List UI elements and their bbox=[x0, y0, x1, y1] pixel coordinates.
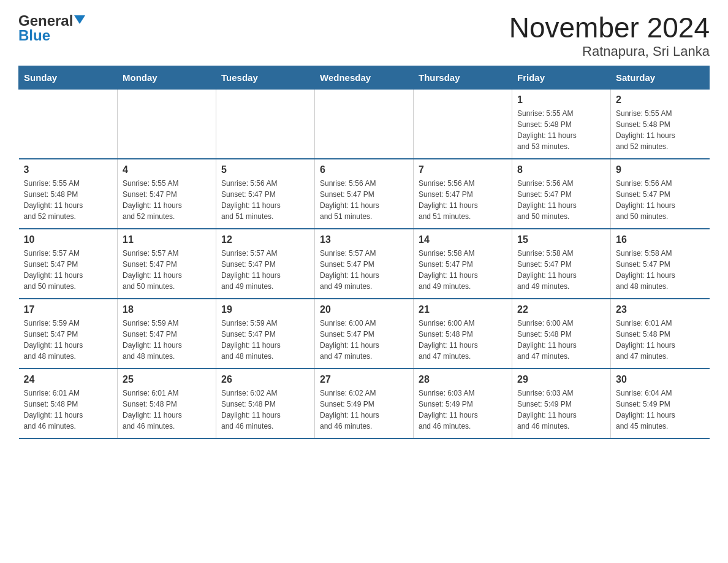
calendar-day-cell: 25Sunrise: 6:01 AM Sunset: 5:48 PM Dayli… bbox=[118, 369, 216, 439]
calendar-day-cell: 3Sunrise: 5:55 AM Sunset: 5:48 PM Daylig… bbox=[19, 159, 118, 229]
calendar-day-cell: 5Sunrise: 5:56 AM Sunset: 5:47 PM Daylig… bbox=[216, 159, 315, 229]
calendar-day-cell: 8Sunrise: 5:56 AM Sunset: 5:47 PM Daylig… bbox=[512, 159, 611, 229]
calendar-day-cell: 12Sunrise: 5:57 AM Sunset: 5:47 PM Dayli… bbox=[216, 229, 315, 299]
day-info: Sunrise: 5:56 AM Sunset: 5:47 PM Dayligh… bbox=[221, 178, 309, 222]
day-number: 14 bbox=[419, 234, 507, 245]
day-number: 12 bbox=[221, 234, 309, 245]
weekday-header: Sunday bbox=[19, 66, 118, 89]
day-info: Sunrise: 6:02 AM Sunset: 5:48 PM Dayligh… bbox=[221, 388, 309, 432]
calendar-day-cell: 27Sunrise: 6:02 AM Sunset: 5:49 PM Dayli… bbox=[315, 369, 414, 439]
weekday-header: Thursday bbox=[414, 66, 512, 89]
day-number: 26 bbox=[221, 374, 309, 385]
calendar-day-cell bbox=[118, 89, 216, 159]
calendar-day-cell: 16Sunrise: 5:58 AM Sunset: 5:47 PM Dayli… bbox=[611, 229, 710, 299]
day-number: 4 bbox=[123, 164, 211, 175]
weekday-header: Wednesday bbox=[315, 66, 414, 89]
day-info: Sunrise: 5:58 AM Sunset: 5:47 PM Dayligh… bbox=[616, 248, 705, 292]
day-number: 30 bbox=[616, 374, 705, 385]
calendar-day-cell: 28Sunrise: 6:03 AM Sunset: 5:49 PM Dayli… bbox=[414, 369, 512, 439]
day-number: 5 bbox=[221, 164, 309, 175]
calendar-day-cell: 4Sunrise: 5:55 AM Sunset: 5:47 PM Daylig… bbox=[118, 159, 216, 229]
day-number: 25 bbox=[123, 374, 211, 385]
calendar-day-cell bbox=[216, 89, 315, 159]
calendar-day-cell: 13Sunrise: 5:57 AM Sunset: 5:47 PM Dayli… bbox=[315, 229, 414, 299]
calendar-title: November 2024 bbox=[509, 12, 710, 44]
weekday-header: Saturday bbox=[611, 66, 710, 89]
day-number: 2 bbox=[616, 94, 705, 105]
day-number: 13 bbox=[320, 234, 408, 245]
day-info: Sunrise: 6:00 AM Sunset: 5:47 PM Dayligh… bbox=[320, 318, 408, 362]
day-number: 10 bbox=[24, 234, 113, 245]
title-block: November 2024 Ratnapura, Sri Lanka bbox=[509, 12, 710, 59]
day-info: Sunrise: 5:57 AM Sunset: 5:47 PM Dayligh… bbox=[24, 248, 113, 292]
calendar-day-cell: 21Sunrise: 6:00 AM Sunset: 5:48 PM Dayli… bbox=[414, 299, 512, 369]
weekday-header: Tuesday bbox=[216, 66, 315, 89]
day-number: 6 bbox=[320, 164, 408, 175]
day-number: 29 bbox=[517, 374, 605, 385]
calendar-day-cell: 24Sunrise: 6:01 AM Sunset: 5:48 PM Dayli… bbox=[19, 369, 118, 439]
day-number: 11 bbox=[123, 234, 211, 245]
day-info: Sunrise: 5:59 AM Sunset: 5:47 PM Dayligh… bbox=[24, 318, 113, 362]
calendar-week-row: 17Sunrise: 5:59 AM Sunset: 5:47 PM Dayli… bbox=[19, 299, 710, 369]
day-info: Sunrise: 5:57 AM Sunset: 5:47 PM Dayligh… bbox=[320, 248, 408, 292]
calendar-day-cell: 7Sunrise: 5:56 AM Sunset: 5:47 PM Daylig… bbox=[414, 159, 512, 229]
calendar-day-cell: 18Sunrise: 5:59 AM Sunset: 5:47 PM Dayli… bbox=[118, 299, 216, 369]
calendar-day-cell: 1Sunrise: 5:55 AM Sunset: 5:48 PM Daylig… bbox=[512, 89, 611, 159]
calendar-day-cell: 9Sunrise: 5:56 AM Sunset: 5:47 PM Daylig… bbox=[611, 159, 710, 229]
day-info: Sunrise: 5:55 AM Sunset: 5:48 PM Dayligh… bbox=[517, 108, 605, 152]
day-number: 19 bbox=[221, 304, 309, 315]
calendar-table: SundayMondayTuesdayWednesdayThursdayFrid… bbox=[18, 66, 710, 439]
day-number: 9 bbox=[616, 164, 705, 175]
day-info: Sunrise: 5:57 AM Sunset: 5:47 PM Dayligh… bbox=[221, 248, 309, 292]
day-info: Sunrise: 6:01 AM Sunset: 5:48 PM Dayligh… bbox=[123, 388, 211, 432]
calendar-day-cell bbox=[414, 89, 512, 159]
day-info: Sunrise: 6:00 AM Sunset: 5:48 PM Dayligh… bbox=[517, 318, 605, 362]
day-info: Sunrise: 5:56 AM Sunset: 5:47 PM Dayligh… bbox=[616, 178, 705, 222]
calendar-day-cell bbox=[19, 89, 118, 159]
calendar-day-cell: 17Sunrise: 5:59 AM Sunset: 5:47 PM Dayli… bbox=[19, 299, 118, 369]
calendar-day-cell: 29Sunrise: 6:03 AM Sunset: 5:49 PM Dayli… bbox=[512, 369, 611, 439]
weekday-header: Monday bbox=[118, 66, 216, 89]
calendar-day-cell: 2Sunrise: 5:55 AM Sunset: 5:48 PM Daylig… bbox=[611, 89, 710, 159]
day-number: 16 bbox=[616, 234, 705, 245]
day-number: 20 bbox=[320, 304, 408, 315]
day-number: 17 bbox=[24, 304, 113, 315]
calendar-day-cell: 10Sunrise: 5:57 AM Sunset: 5:47 PM Dayli… bbox=[19, 229, 118, 299]
calendar-day-cell: 22Sunrise: 6:00 AM Sunset: 5:48 PM Dayli… bbox=[512, 299, 611, 369]
calendar-day-cell: 15Sunrise: 5:58 AM Sunset: 5:47 PM Dayli… bbox=[512, 229, 611, 299]
page-header: General Blue November 2024 Ratnapura, Sr… bbox=[18, 12, 710, 59]
day-info: Sunrise: 6:01 AM Sunset: 5:48 PM Dayligh… bbox=[616, 318, 705, 362]
calendar-day-cell: 20Sunrise: 6:00 AM Sunset: 5:47 PM Dayli… bbox=[315, 299, 414, 369]
day-number: 7 bbox=[419, 164, 507, 175]
calendar-header-row: SundayMondayTuesdayWednesdayThursdayFrid… bbox=[19, 66, 710, 89]
day-info: Sunrise: 5:55 AM Sunset: 5:47 PM Dayligh… bbox=[123, 178, 211, 222]
day-info: Sunrise: 6:03 AM Sunset: 5:49 PM Dayligh… bbox=[419, 388, 507, 432]
day-info: Sunrise: 5:56 AM Sunset: 5:47 PM Dayligh… bbox=[419, 178, 507, 222]
day-info: Sunrise: 6:02 AM Sunset: 5:49 PM Dayligh… bbox=[320, 388, 408, 432]
logo-blue-text: Blue bbox=[18, 27, 50, 44]
day-info: Sunrise: 5:56 AM Sunset: 5:47 PM Dayligh… bbox=[320, 178, 408, 222]
calendar-day-cell: 26Sunrise: 6:02 AM Sunset: 5:48 PM Dayli… bbox=[216, 369, 315, 439]
day-number: 21 bbox=[419, 304, 507, 315]
day-number: 22 bbox=[517, 304, 605, 315]
day-number: 18 bbox=[123, 304, 211, 315]
day-info: Sunrise: 5:59 AM Sunset: 5:47 PM Dayligh… bbox=[123, 318, 211, 362]
calendar-day-cell: 6Sunrise: 5:56 AM Sunset: 5:47 PM Daylig… bbox=[315, 159, 414, 229]
logo: General Blue bbox=[18, 12, 85, 44]
day-number: 15 bbox=[517, 234, 605, 245]
day-number: 28 bbox=[419, 374, 507, 385]
day-info: Sunrise: 6:03 AM Sunset: 5:49 PM Dayligh… bbox=[517, 388, 605, 432]
day-info: Sunrise: 6:04 AM Sunset: 5:49 PM Dayligh… bbox=[616, 388, 705, 432]
day-info: Sunrise: 5:55 AM Sunset: 5:48 PM Dayligh… bbox=[616, 108, 705, 152]
day-info: Sunrise: 5:59 AM Sunset: 5:47 PM Dayligh… bbox=[221, 318, 309, 362]
calendar-day-cell: 19Sunrise: 5:59 AM Sunset: 5:47 PM Dayli… bbox=[216, 299, 315, 369]
day-number: 23 bbox=[616, 304, 705, 315]
day-info: Sunrise: 5:57 AM Sunset: 5:47 PM Dayligh… bbox=[123, 248, 211, 292]
day-number: 27 bbox=[320, 374, 408, 385]
day-info: Sunrise: 6:00 AM Sunset: 5:48 PM Dayligh… bbox=[419, 318, 507, 362]
day-number: 3 bbox=[24, 164, 113, 175]
calendar-day-cell: 14Sunrise: 5:58 AM Sunset: 5:47 PM Dayli… bbox=[414, 229, 512, 299]
calendar-week-row: 24Sunrise: 6:01 AM Sunset: 5:48 PM Dayli… bbox=[19, 369, 710, 439]
day-number: 24 bbox=[24, 374, 113, 385]
calendar-subtitle: Ratnapura, Sri Lanka bbox=[509, 44, 710, 59]
